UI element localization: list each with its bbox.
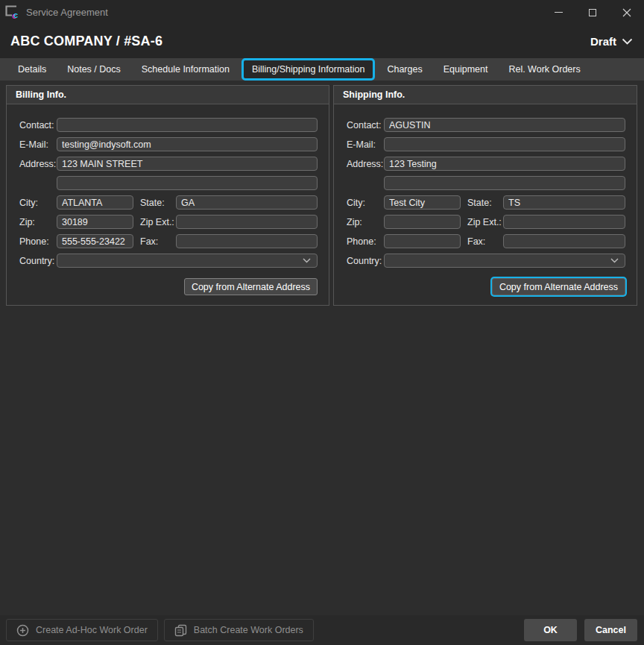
create-adhoc-work-order-button[interactable]: Create Ad-Hoc Work Order: [6, 619, 158, 641]
cancel-button[interactable]: Cancel: [584, 619, 637, 641]
billing-zip-input[interactable]: [57, 215, 133, 229]
tab-billing-shipping-information[interactable]: Billing/Shipping Information: [242, 58, 375, 81]
tab-charges[interactable]: Charges: [376, 58, 432, 81]
billing-contact-label: Contact:: [19, 120, 57, 130]
shipping-phone-input[interactable]: [384, 234, 461, 248]
billing-city-input[interactable]: [57, 195, 133, 210]
billing-fax-label: Fax:: [140, 236, 176, 247]
app-logo-icon: c c: [5, 5, 20, 19]
billing-address2-input[interactable]: [57, 176, 318, 190]
maximize-button[interactable]: [575, 0, 610, 25]
window-controls: [541, 0, 644, 25]
billing-address-label: Address:: [19, 159, 57, 169]
shipping-email-label: E-Mail:: [347, 139, 384, 150]
chevron-down-icon: [303, 258, 311, 263]
shipping-address1-input[interactable]: [384, 157, 625, 171]
billing-state-input[interactable]: [176, 195, 318, 210]
billing-phone-label: Phone:: [19, 236, 57, 247]
tab-details[interactable]: Details: [7, 58, 57, 81]
billing-email-input[interactable]: [57, 137, 318, 151]
billing-zip-ext-input[interactable]: [176, 215, 318, 229]
billing-contact-input[interactable]: [57, 118, 318, 132]
shipping-zip-ext-input[interactable]: [503, 215, 625, 229]
shipping-country-label: Country:: [347, 256, 384, 266]
chevron-down-icon: [622, 38, 633, 45]
shipping-fax-input[interactable]: [503, 234, 625, 248]
shipping-email-input[interactable]: [384, 137, 625, 151]
create-adhoc-work-order-label: Create Ad-Hoc Work Order: [36, 625, 148, 635]
tab-notes-docs[interactable]: Notes / Docs: [57, 58, 131, 81]
shipping-zip-label: Zip:: [347, 217, 384, 227]
billing-address1-input[interactable]: [57, 157, 318, 171]
shipping-phone-label: Phone:: [347, 236, 384, 247]
billing-zip-label: Zip:: [19, 217, 57, 227]
content-area: Billing Info. Contact: E-Mail: Address: …: [0, 81, 644, 615]
shipping-contact-input[interactable]: [384, 118, 625, 132]
status-dropdown[interactable]: Draft: [590, 35, 633, 48]
maximize-icon: [589, 9, 596, 16]
shipping-zip-ext-label: Zip Ext.:: [467, 217, 503, 227]
status-badge: Draft: [590, 35, 616, 48]
plus-circle-icon: [16, 624, 29, 637]
title-bar: c c Service Agreement: [0, 0, 644, 25]
shipping-city-input[interactable]: [384, 195, 461, 210]
close-button[interactable]: [610, 0, 644, 25]
batch-create-work-orders-label: Batch Create Work Orders: [194, 625, 303, 635]
billing-city-label: City:: [19, 198, 57, 208]
close-icon: [622, 8, 631, 17]
window-title: Service Agreement: [26, 7, 108, 18]
billing-state-label: State:: [140, 198, 176, 208]
tab-schedule-information[interactable]: Schedule Information: [131, 58, 240, 81]
copy-documents-icon: [174, 624, 187, 637]
minimize-button[interactable]: [541, 0, 575, 25]
batch-create-work-orders-button[interactable]: Batch Create Work Orders: [164, 619, 314, 641]
shipping-info-panel: Shipping Info. Contact: E-Mail: Address:…: [333, 85, 637, 306]
tab-bar: Details Notes / Docs Schedule Informatio…: [0, 58, 644, 81]
tab-rel-work-orders[interactable]: Rel. Work Orders: [498, 58, 590, 81]
shipping-state-input[interactable]: [503, 195, 625, 210]
billing-panel-title: Billing Info.: [7, 86, 329, 104]
shipping-country-select[interactable]: [384, 254, 625, 268]
billing-info-panel: Billing Info. Contact: E-Mail: Address: …: [6, 85, 329, 306]
chevron-down-icon: [610, 258, 619, 263]
billing-fax-input[interactable]: [176, 234, 318, 248]
footer-bar: Create Ad-Hoc Work Order Batch Create Wo…: [0, 615, 644, 645]
shipping-panel-title: Shipping Info.: [334, 86, 637, 104]
shipping-zip-input[interactable]: [384, 215, 461, 229]
billing-country-label: Country:: [19, 256, 57, 266]
billing-phone-input[interactable]: [57, 234, 133, 248]
billing-email-label: E-Mail:: [19, 139, 57, 150]
shipping-city-label: City:: [347, 198, 384, 208]
shipping-address2-input[interactable]: [384, 176, 625, 190]
tab-equipment[interactable]: Equipment: [433, 58, 499, 81]
billing-copy-from-alternate-address-button[interactable]: Copy from Alternate Address: [184, 278, 318, 295]
minimize-icon: [555, 12, 563, 13]
record-title: ABC COMPANY / #SA-6: [10, 34, 162, 49]
shipping-state-label: State:: [467, 198, 503, 208]
shipping-address-label: Address:: [347, 159, 384, 169]
billing-country-select[interactable]: [57, 254, 318, 268]
ok-button[interactable]: OK: [524, 619, 577, 641]
shipping-copy-from-alternate-address-button[interactable]: Copy from Alternate Address: [492, 278, 625, 295]
shipping-contact-label: Contact:: [347, 120, 384, 130]
billing-zip-ext-label: Zip Ext.:: [140, 217, 176, 227]
record-header: ABC COMPANY / #SA-6 Draft: [0, 25, 644, 58]
svg-text:c: c: [13, 10, 18, 19]
shipping-fax-label: Fax:: [467, 236, 503, 247]
